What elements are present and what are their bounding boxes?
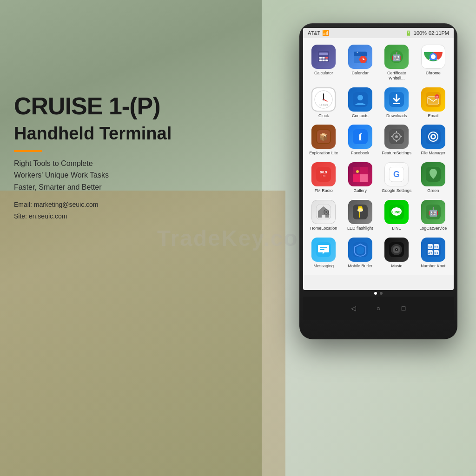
svg-rect-5 [319,60,322,61]
svg-text:G: G [393,170,400,179]
svg-rect-75 [320,247,327,248]
app-messaging[interactable]: Messaging [306,235,342,271]
svg-point-68 [357,208,363,212]
svg-text:f: f [358,131,362,143]
app-contacts[interactable]: Contacts [343,85,378,121]
status-left: AT&T 📶 [308,30,329,36]
app-logcat[interactable]: 🤖 LogCatService [416,197,451,234]
calculator-label: Calculator [314,71,333,76]
carrier: AT&T [308,30,320,36]
desc-line1: Right Tools to Complete [14,158,172,170]
numberknot-icon: 1 8 2 5 4 7 3 9 [421,238,445,262]
svg-rect-1 [319,53,328,55]
svg-text:🤖: 🤖 [391,52,402,62]
svg-text:1 8: 1 8 [428,246,432,249]
app-numberknot[interactable]: 1 8 2 5 4 7 3 9 Number Knot [416,235,451,271]
homelocation-label: HomeLocation [310,226,337,231]
numberknot-label: Number Knot [421,264,445,269]
app-line[interactable]: LINE LINE [379,197,415,234]
app-calendar[interactable]: + Calendar [343,42,378,84]
googlesettings-icon: G [384,162,409,186]
svg-text:90.9: 90.9 [320,170,327,174]
fmradio-icon: 90.9 FM [311,162,336,186]
mobilebutler-label: Mobile Butler [348,264,372,269]
svg-text:📦: 📦 [319,132,328,141]
phone-device: SEUIC AT&T 📶 🔋 100% 02:11PM [299,23,457,339]
svg-rect-3 [323,57,325,59]
app-featuresettings[interactable]: FeatureSettings [379,122,415,159]
downloads-icon [384,87,409,112]
svg-text:2 5: 2 5 [434,246,438,249]
site-info: Site: en.seuic.com [14,211,172,222]
gallery-icon [348,162,372,186]
app-music[interactable]: Music [379,235,415,271]
app-chrome[interactable]: Chrome [416,42,451,84]
app-fmradio[interactable]: 90.9 FM FM Radio [306,159,342,196]
svg-point-50 [432,135,435,138]
app-certificate[interactable]: 🤖 Certificate Whiteli... [379,42,415,84]
app-gallery[interactable]: Gallery [343,159,378,196]
messaging-icon [311,238,336,262]
back-button[interactable]: ◁ [348,303,359,314]
svg-rect-29 [393,103,400,104]
wifi-icon: 📶 [322,30,329,36]
accent-line [14,150,42,152]
desc-line2: Workers' Unique Work Tasks [14,169,172,181]
svg-rect-6 [323,60,325,61]
app-calculator[interactable]: Calculator [306,42,342,84]
flashlight-icon [348,200,372,224]
certificate-icon: 🤖 [384,45,409,69]
homelocation-icon [311,200,336,224]
app-homelocation[interactable]: HomeLocation [306,197,342,234]
svg-point-20 [431,54,436,59]
app-flashlight[interactable]: LED flashlight [343,197,378,234]
recents-button[interactable]: □ [398,303,409,314]
svg-point-59 [356,170,359,173]
exploration-icon: 📦 [311,125,336,149]
calendar-label: Calendar [351,71,369,76]
app-googlesettings[interactable]: G Google Settings [379,159,415,196]
chrome-icon [421,45,445,69]
home-button[interactable]: ○ [373,303,384,314]
gallery-label: Gallery [353,188,367,193]
app-facebook[interactable]: f Facebook [343,122,378,159]
app-email[interactable]: @ Email [416,85,451,121]
page-dots [303,290,454,297]
app-downloads[interactable]: Downloads [379,85,415,121]
music-icon [384,238,409,262]
app-clock[interactable]: 12 3 6 9 Clock [306,85,342,121]
app-green[interactable]: Green [416,159,451,196]
email-label: Email [428,113,438,119]
email-info: Email: marketing@seuic.com [14,199,172,211]
battery-level: 100% [414,30,427,36]
logcat-icon: 🤖 [421,200,445,224]
dot-2 [380,292,383,295]
svg-text:@: @ [435,95,438,99]
app-exploration[interactable]: 📦 Exploration Lite [306,122,342,159]
chrome-label: Chrome [426,71,441,76]
facebook-label: Facebook [351,151,370,156]
svg-text:+: + [357,51,358,53]
calendar-icon: + [348,45,372,69]
svg-rect-58 [360,174,368,182]
mobilebutler-icon [348,238,372,262]
svg-point-82 [396,249,397,250]
music-label: Music [391,264,402,269]
app-filemanager[interactable]: File Manager [416,122,451,159]
contacts-label: Contacts [352,113,369,119]
svg-text:4 7: 4 7 [428,252,432,255]
status-bar: AT&T 📶 🔋 100% 02:11PM [303,28,454,38]
clock-icon: 12 3 6 9 [311,87,336,112]
exploration-label: Exploration Lite [309,151,338,156]
svg-rect-57 [353,174,360,182]
battery-icon: 🔋 [405,30,412,36]
svg-rect-2 [319,57,322,59]
featuresettings-label: FeatureSettings [382,151,411,156]
dot-1 [374,292,377,295]
app-mobilebutler[interactable]: Mobile Butler [343,235,378,271]
downloads-label: Downloads [386,113,407,119]
flashlight-label: LED flashlight [347,226,373,231]
line-label: LINE [392,226,401,231]
svg-text:LINE: LINE [392,210,401,214]
featuresettings-icon [384,125,409,149]
